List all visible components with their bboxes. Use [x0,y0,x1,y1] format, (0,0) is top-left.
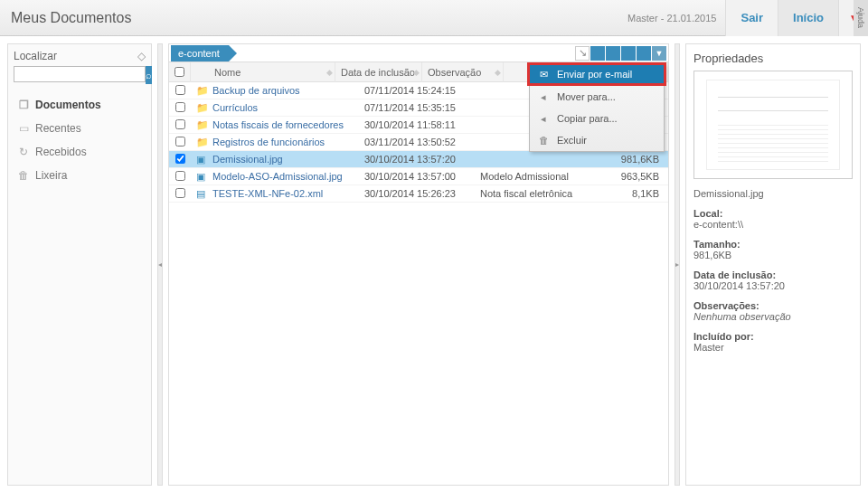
trash-icon: 🗑 [17,169,30,182]
col-obs[interactable]: Observação [428,67,481,78]
sidebar-collapse-handle[interactable]: ◂ [157,43,163,486]
row-date: 30/10/2014 15:26:23 [359,188,475,199]
menu-delete[interactable]: 🗑Excluir [530,129,664,151]
row-name[interactable]: Modelo-ASO-Admissional.jpg [207,171,359,182]
row-checkbox[interactable] [175,137,185,147]
table-row[interactable]: ▣Demissional.jpg30/10/2014 13:57:20981,6… [169,151,668,168]
props-collapse-handle[interactable]: ▸ [675,43,680,486]
sidebar: Localizar ◇ ⌕ ❐Documentos▭Recentes↻Receb… [7,43,152,486]
mail-icon: ✉ [537,69,550,80]
user-info: Master - 21.01.2015 [627,13,716,24]
locate-label: Localizar [14,50,57,62]
row-date: 07/11/2014 15:24:15 [359,85,475,96]
search-icon[interactable]: ↘ [575,46,590,61]
top-bar: Meus Documentos Master - 21.01.2015 Sair… [0,0,868,36]
menu-move-to[interactable]: ◂Mover para... [530,86,664,108]
clear-search-icon[interactable]: ◇ [137,50,146,62]
row-name[interactable]: TESTE-XML-NFe-02.xml [207,188,359,199]
sidebar-item-label: Lixeira [35,169,67,182]
row-date: 30/10/2014 11:58:11 [359,119,475,130]
view-grid-icon[interactable] [621,46,636,61]
exit-button[interactable]: Sair [725,0,778,36]
sort-icon[interactable]: ◆ [413,68,420,77]
image-file-icon: ▣ [196,154,205,165]
row-size: 963,5KB [592,171,668,182]
menu-send-email[interactable]: ✉Enviar por e-mail [527,62,666,86]
properties-title: Propriedades [693,52,853,65]
image-file-icon: ▣ [196,171,205,182]
row-date: 03/11/2014 13:50:52 [359,137,475,147]
row-date: 07/11/2014 15:35:15 [359,102,475,113]
row-size: 981,6KB [592,154,668,165]
view-menu-dropdown[interactable]: ▼ [652,46,666,61]
view-tile-icon[interactable] [637,46,651,61]
row-size: 8,1KB [592,188,668,199]
sidebar-item-documentos[interactable]: ❐Documentos [14,93,146,117]
docs-icon: ❐ [17,99,30,111]
breadcrumb: e-content ↘ ▼ [169,44,668,62]
magnifier-icon: ⌕ [146,70,152,80]
page-title: Meus Documentos [11,10,627,26]
row-date: 30/10/2014 13:57:20 [359,154,475,165]
prop-date-value: 30/10/2014 13:57:20 [693,280,853,291]
row-name[interactable]: Registros de funcionários [207,137,359,147]
row-name[interactable]: Notas fiscais de fornecedores [207,119,359,130]
col-name[interactable]: Nome [214,67,241,78]
properties-panel: Propriedades Demissional.jpg Local:e-con… [685,43,861,486]
row-obs: Modelo Admissional [475,171,592,182]
prop-local-value: e-content:\\ [693,219,853,230]
view-list-icon[interactable] [606,46,620,61]
select-all-checkbox[interactable] [175,67,184,77]
prop-by-label: Incluído por: [693,331,853,342]
row-checkbox[interactable] [175,85,185,95]
arrow-left-icon: ◂ [537,91,550,103]
prop-size-label: Tamanho: [693,239,853,250]
search-input[interactable] [14,66,146,82]
sidebar-item-label: Recebidos [35,146,87,158]
prop-obs-label: Observações: [693,300,853,311]
recent-icon: ▭ [17,122,30,135]
row-checkbox[interactable] [175,119,185,129]
prop-local-label: Local: [693,208,853,219]
file-panel: e-content ↘ ▼ Nome◆ Data de inclusão◆ Ob… [168,43,669,486]
search-button[interactable]: ⌕ [146,66,152,84]
row-obs: Nota fiscal eletrônica [475,188,592,199]
xml-file-icon: ▤ [196,188,205,199]
menu-copy-to[interactable]: ◂Copiar para... [530,108,664,129]
arrow-left-icon: ◂ [537,113,550,125]
row-checkbox[interactable] [175,154,185,164]
prop-obs-value: Nenhuma observação [693,311,853,322]
row-name[interactable]: Currículos [207,102,359,113]
prop-by-value: Master [693,342,853,353]
home-button[interactable]: Início [778,0,838,36]
prop-date-label: Data de inclusão: [693,269,853,280]
row-checkbox[interactable] [175,171,185,181]
sort-icon[interactable]: ◆ [495,68,501,77]
sidebar-item-recebidos[interactable]: ↻Recebidos [14,140,146,164]
table-row[interactable]: ▣Modelo-ASO-Admissional.jpg30/10/2014 13… [169,168,668,185]
row-name[interactable]: Demissional.jpg [207,154,359,165]
sidebar-item-lixeira[interactable]: 🗑Lixeira [14,164,146,187]
inbox-icon: ↻ [17,146,30,158]
row-checkbox[interactable] [175,102,185,112]
row-checkbox[interactable] [175,188,185,198]
trash-icon: 🗑 [537,135,550,146]
table-row[interactable]: ▤TESTE-XML-NFe-02.xml30/10/2014 15:26:23… [169,185,668,203]
sort-icon[interactable]: ◆ [326,68,333,77]
refresh-icon[interactable] [590,46,605,61]
context-menu: ✉Enviar por e-mail ◂Mover para... ◂Copia… [529,64,665,152]
row-date: 30/10/2014 13:57:00 [359,171,475,182]
col-date[interactable]: Data de inclusão [341,67,415,78]
sidebar-item-recentes[interactable]: ▭Recentes [14,117,146,140]
prop-filename: Demissional.jpg [693,188,764,199]
thumbnail [693,71,853,179]
breadcrumb-item[interactable]: e-content [171,45,229,61]
help-tab[interactable]: Ajuda [854,0,868,36]
sidebar-item-label: Documentos [35,99,101,111]
sidebar-item-label: Recentes [35,122,81,135]
prop-size-value: 981,6KB [693,250,853,260]
row-name[interactable]: Backup de arquivos [207,85,359,96]
